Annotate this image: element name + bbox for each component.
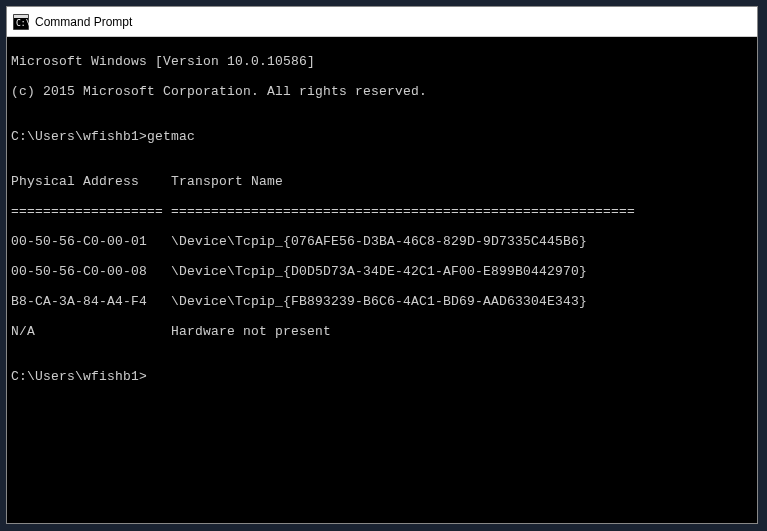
- table-row: N/A Hardware not present: [11, 324, 753, 339]
- cmd-icon: C:\: [13, 14, 29, 30]
- prompt-line: C:\Users\wfishb1>: [11, 369, 753, 384]
- terminal-output[interactable]: Microsoft Windows [Version 10.0.10586] (…: [7, 37, 757, 523]
- copyright-line: (c) 2015 Microsoft Corporation. All righ…: [11, 84, 753, 99]
- command-prompt-window: C:\ Command Prompt Microsoft Windows [Ve…: [6, 6, 758, 524]
- separator-line: =================== ====================…: [11, 204, 753, 219]
- table-row: 00-50-56-C0-00-01 \Device\Tcpip_{076AFE5…: [11, 234, 753, 249]
- titlebar[interactable]: C:\ Command Prompt: [7, 7, 757, 37]
- table-row: 00-50-56-C0-00-08 \Device\Tcpip_{D0D5D73…: [11, 264, 753, 279]
- version-line: Microsoft Windows [Version 10.0.10586]: [11, 54, 753, 69]
- column-header: Physical Address Transport Name: [11, 174, 753, 189]
- svg-text:C:\: C:\: [16, 19, 29, 28]
- table-row: B8-CA-3A-84-A4-F4 \Device\Tcpip_{FB89323…: [11, 294, 753, 309]
- svg-rect-1: [14, 15, 28, 18]
- prompt-line: C:\Users\wfishb1>getmac: [11, 129, 753, 144]
- window-title: Command Prompt: [35, 15, 132, 29]
